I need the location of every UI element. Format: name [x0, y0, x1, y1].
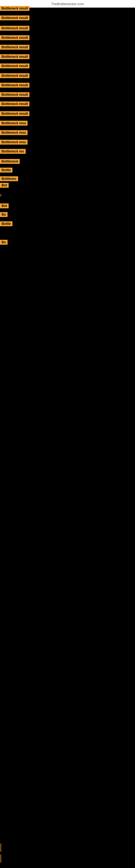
vertical-line-3 [1, 855, 1, 863]
bottleneck-label-row: Bo [0, 212, 8, 218]
bottleneck-label-row: Bot [0, 183, 9, 189]
bottleneck-result-badge: Bo [0, 212, 8, 217]
bottleneck-label-row: Bo [0, 240, 8, 246]
bottleneck-label-row: Bottleneck result [0, 111, 30, 117]
vertical-line-2 [1, 844, 1, 852]
bottleneck-result-badge: Bottleneck result [0, 83, 30, 88]
bottleneck-label-row: Bot [0, 204, 9, 209]
bottleneck-result-badge: Bottleneck result [0, 101, 30, 106]
bottleneck-label-row: Bottleneck result [0, 6, 30, 12]
bottleneck-label-row: Bottleneck resu [0, 140, 28, 146]
bottleneck-result-badge: Bottle [0, 167, 12, 173]
bottleneck-label-row: Bottleneck result [0, 73, 30, 79]
bottleneck-label-row: Bottle [0, 167, 12, 174]
bottleneck-label-row: Bottleneck result [0, 35, 30, 41]
bottleneck-result-badge: Bottleneck result [0, 6, 30, 11]
bottleneck-result-badge: Bottlenec [0, 176, 18, 181]
bottleneck-result-badge: Bottleneck resu [0, 121, 28, 126]
bottleneck-result-badge: Bottleneck res [0, 149, 26, 154]
bottleneck-result-badge: Bottleneck result [0, 35, 30, 40]
bottleneck-label-row: Bottleneck result [0, 54, 30, 60]
bottleneck-label-row: Bottleneck res [0, 149, 26, 155]
vertical-line-1 [1, 194, 1, 196]
bottleneck-result-badge: Bottleneck result [0, 26, 30, 31]
bottleneck-label-row: Bottle [0, 221, 12, 227]
bottleneck-result-badge: Bottleneck result [0, 16, 30, 20]
bottleneck-label-row: Bottleneck result [0, 26, 30, 32]
bottleneck-result-badge: Bottleneck result [0, 92, 30, 97]
bottleneck-label-row: Bottleneck resu [0, 121, 28, 127]
bottleneck-result-badge: Bottleneck result [0, 63, 30, 68]
bottleneck-result-badge: Bottleneck result [0, 111, 30, 116]
bottleneck-label-row: Bottleneck result [0, 92, 30, 98]
bottleneck-label-row: Bottleneck [0, 159, 20, 165]
bottleneck-label-row: Bottleneck result [0, 45, 30, 51]
bottleneck-result-badge: Bottleneck result [0, 54, 30, 59]
bottleneck-label-row: Bottleneck resu [0, 130, 28, 136]
bottleneck-label-row: Bottlenec [0, 176, 18, 182]
bottleneck-label-row: Bottleneck result [0, 101, 30, 107]
bottleneck-result-badge: Bot [0, 183, 9, 188]
bottleneck-result-badge: Bo [0, 240, 8, 245]
bottleneck-result-badge: Bottle [0, 221, 12, 226]
bottleneck-result-badge: Bottleneck [0, 159, 20, 164]
bottleneck-result-badge: Bottleneck resu [0, 140, 28, 145]
bottleneck-label-row: Bottleneck result [0, 16, 30, 22]
bottleneck-label-row: Bottleneck result [0, 63, 30, 69]
bottleneck-label-row: Bottleneck result [0, 83, 30, 89]
bottleneck-result-badge: Bottleneck result [0, 45, 30, 50]
bottleneck-result-badge: Bottleneck resu [0, 130, 28, 135]
site-title: TheBottlenecker.com [51, 2, 84, 6]
bottleneck-result-badge: Bot [0, 204, 9, 208]
bottleneck-result-badge: Bottleneck result [0, 73, 30, 78]
